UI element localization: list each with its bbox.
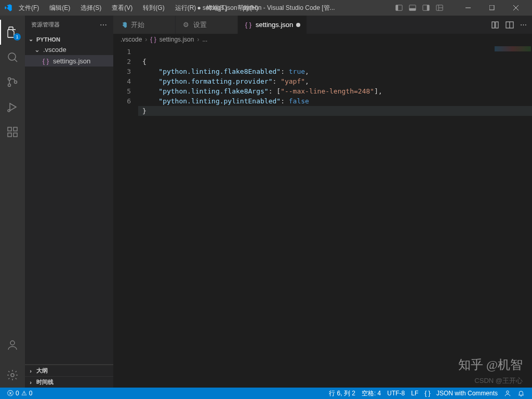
vscode-logo-icon: [4, 4, 12, 12]
chevron-down-icon: ⌄: [27, 36, 34, 43]
toggle-panel-bottom-icon[interactable]: [408, 4, 417, 12]
outline-label: 大纲: [36, 367, 48, 375]
toggle-panel-right-icon[interactable]: [422, 4, 430, 12]
sidebar-title: 资源管理器: [31, 21, 60, 29]
chevron-down-icon: ⌄: [34, 46, 40, 54]
explorer-icon[interactable]: 1: [0, 20, 25, 45]
breadcrumb-folder[interactable]: .vscode: [121, 36, 142, 43]
svg-point-25: [11, 374, 14, 377]
minimize-button[interactable]: [456, 0, 480, 16]
json-file-icon: { }: [244, 21, 252, 29]
menu-select[interactable]: 选择(S): [76, 2, 105, 15]
status-indent[interactable]: 空格: 4: [358, 388, 384, 399]
titlebar: 文件(F) 编辑(E) 选择(S) 查看(V) 转到(G) 运行(R) 终端(T…: [0, 0, 532, 16]
line-gutter: 1 2 3 4 5 6: [113, 45, 138, 388]
menu-file[interactable]: 文件(F): [15, 2, 43, 15]
extensions-icon[interactable]: [0, 119, 25, 144]
code-editor[interactable]: 1 2 3 4 5 6 { "python.linting.flake8Enab…: [113, 45, 532, 388]
menu-run[interactable]: 运行(R): [171, 2, 201, 15]
file-label: settings.json: [53, 57, 90, 65]
activity-bar: 1: [0, 16, 25, 388]
vscode-tab-icon: [119, 21, 128, 29]
tab-settings[interactable]: ⚙ 设置: [176, 16, 238, 34]
file-settings-json[interactable]: { } settings.json: [25, 55, 113, 66]
project-header[interactable]: ⌄ PYTHON: [25, 35, 113, 44]
svg-rect-1: [396, 5, 398, 11]
project-name: PYTHON: [36, 36, 60, 43]
json-file-icon: { }: [42, 57, 50, 65]
status-encoding[interactable]: UTF-8: [384, 388, 408, 399]
more-actions-icon[interactable]: ⋯: [520, 21, 527, 29]
breadcrumb-file[interactable]: settings.json: [159, 36, 194, 43]
status-feedback-icon[interactable]: [501, 388, 514, 399]
svg-point-24: [10, 341, 15, 345]
menu-edit[interactable]: 编辑(E): [45, 2, 74, 15]
code-content[interactable]: { "python.linting.flake8Enabled": true, …: [138, 45, 532, 388]
close-button[interactable]: [504, 0, 528, 16]
editor-tabs: 开始 ⚙ 设置 { } settings.json ⋯: [113, 16, 532, 34]
svg-rect-23: [14, 127, 17, 131]
search-icon[interactable]: [0, 45, 25, 70]
svg-point-16: [8, 84, 11, 87]
compare-changes-icon[interactable]: [491, 21, 499, 29]
layout-controls: [395, 4, 444, 12]
tab-settings-json[interactable]: { } settings.json: [238, 16, 307, 34]
sidebar-header: 资源管理器 ⋯: [25, 16, 113, 34]
settings-gear-icon[interactable]: [0, 363, 25, 388]
editor-area: 开始 ⚙ 设置 { } settings.json ⋯ .vscode › { …: [113, 16, 532, 388]
breadcrumb-dots[interactable]: ...: [202, 36, 207, 43]
svg-marker-18: [10, 103, 16, 111]
minimap[interactable]: [490, 45, 532, 388]
status-bar: ⓧ0 ⚠0 行 6, 列 2 空格: 4 UTF-8 LF { } JSON w…: [0, 388, 532, 399]
svg-rect-21: [8, 133, 11, 137]
json-file-icon: { }: [150, 36, 156, 43]
menu-view[interactable]: 查看(V): [108, 2, 137, 15]
status-ln-col[interactable]: 行 6, 列 2: [326, 388, 358, 399]
chevron-right-icon: ›: [197, 36, 199, 43]
menu-go[interactable]: 转到(G): [139, 2, 168, 15]
svg-rect-26: [492, 22, 495, 28]
status-eol[interactable]: LF: [408, 388, 421, 399]
svg-point-13: [8, 53, 16, 60]
maximize-button[interactable]: [480, 0, 504, 16]
run-debug-icon[interactable]: [0, 95, 25, 119]
status-bell-icon[interactable]: [514, 388, 528, 399]
tab-label: 开始: [131, 20, 144, 30]
breadcrumbs[interactable]: .vscode › { } settings.json › ...: [113, 34, 532, 45]
settings-tab-icon: ⚙: [182, 21, 190, 29]
svg-rect-3: [409, 8, 416, 10]
split-editor-icon[interactable]: [506, 21, 514, 29]
customize-layout-icon[interactable]: [435, 4, 444, 12]
explorer-badge: 1: [14, 33, 21, 41]
svg-rect-20: [8, 127, 11, 131]
toggle-panel-left-icon[interactable]: [395, 4, 403, 12]
accounts-icon[interactable]: [0, 332, 25, 357]
svg-point-17: [15, 81, 17, 84]
status-errors[interactable]: ⓧ0 ⚠0: [4, 388, 35, 399]
status-language[interactable]: { } JSON with Comments: [421, 388, 501, 399]
svg-rect-10: [489, 5, 494, 10]
svg-point-30: [507, 391, 509, 393]
svg-rect-5: [427, 5, 429, 11]
timeline-label: 时间线: [36, 378, 54, 386]
tab-label: settings.json: [256, 21, 293, 29]
svg-rect-27: [496, 22, 498, 28]
svg-point-19: [8, 110, 10, 112]
sidebar: 资源管理器 ⋯ ⌄ PYTHON ⌄ .vscode { } settings.…: [25, 16, 113, 388]
svg-line-14: [15, 59, 17, 62]
warning-icon: ⚠: [21, 390, 27, 397]
chevron-right-icon: ›: [27, 368, 34, 374]
source-control-icon[interactable]: [0, 70, 25, 95]
outline-section[interactable]: › 大纲: [25, 365, 113, 376]
window-controls: [456, 0, 528, 16]
svg-rect-22: [14, 133, 17, 137]
folder-label: .vscode: [43, 46, 66, 54]
sidebar-more-icon[interactable]: ⋯: [100, 21, 107, 29]
tab-label: 设置: [193, 20, 207, 30]
window-title: ● settings.json - python - Visual Studio…: [197, 4, 335, 12]
chevron-right-icon: ›: [145, 36, 147, 43]
folder-vscode[interactable]: ⌄ .vscode: [25, 44, 113, 55]
timeline-section[interactable]: › 时间线: [25, 376, 113, 388]
tab-welcome[interactable]: 开始: [113, 16, 176, 34]
error-icon: ⓧ: [7, 389, 14, 398]
